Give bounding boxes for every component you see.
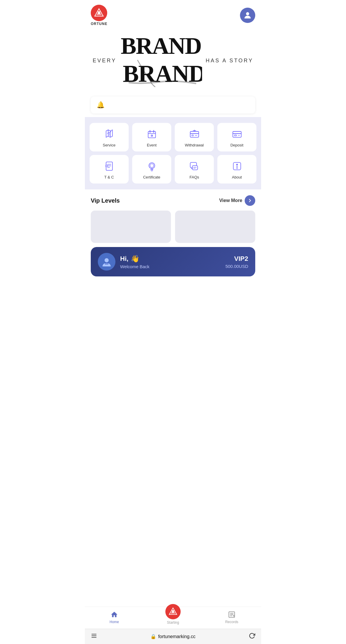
vip-welcome: Welcome Back — [120, 264, 150, 269]
view-more-label: View More — [219, 198, 242, 203]
about-label: About — [232, 175, 242, 179]
vip-greeting: Hi, 👋 Welcome Back — [120, 255, 150, 269]
about-icon — [231, 160, 243, 172]
vip-card-placeholder-1 — [91, 211, 171, 243]
certificate-icon — [146, 160, 158, 172]
notification-bar[interactable]: 🔔 — [91, 96, 255, 114]
certificate-label: Certificate — [143, 175, 160, 179]
vip-level: VIP2 — [225, 255, 248, 263]
service-item-about[interactable]: About — [217, 155, 256, 183]
service-label: Service — [103, 143, 115, 147]
vip-header: Vip Levels View More — [91, 195, 255, 206]
service-icon — [103, 128, 115, 140]
service-item-certificate[interactable]: Certificate — [132, 155, 171, 183]
svg-point-29 — [150, 164, 154, 168]
vip-card-active[interactable]: Hi, 👋 Welcome Back VIP2 500.00USD — [91, 247, 255, 276]
banner-every: EVERY — [93, 58, 116, 64]
vip-amount: 500.00USD — [225, 264, 248, 269]
bell-icon: 🔔 — [97, 101, 105, 109]
service-item-deposit[interactable]: Deposit — [217, 123, 256, 151]
svg-rect-20 — [234, 135, 236, 136]
service-item-faqs[interactable]: FAQs — [175, 155, 214, 183]
logo-text: ORTUNE — [91, 22, 108, 26]
banner: EVERY BRAND BRAND HAS A STORY — [85, 28, 261, 93]
event-icon — [146, 128, 158, 140]
vip-cards-scroll: Hi, 👋 Welcome Back VIP2 500.00USD — [85, 211, 261, 282]
logo-container: ORTUNE — [91, 5, 108, 26]
faqs-label: FAQs — [189, 175, 199, 179]
svg-rect-2 — [98, 11, 100, 14]
svg-rect-12 — [190, 131, 199, 137]
vip-title: Vip Levels — [91, 197, 120, 204]
wave-emoji: 👋 — [131, 255, 140, 263]
logo-icon — [91, 5, 107, 21]
tnc-icon — [103, 160, 115, 172]
banner-story: HAS A STORY — [206, 58, 253, 64]
tnc-label: T & C — [104, 175, 114, 179]
faqs-icon — [189, 160, 200, 172]
service-item-tnc[interactable]: T & C — [90, 155, 129, 183]
banner-brand: BRAND — [121, 34, 201, 58]
vip-hi: Hi, 👋 — [120, 255, 150, 263]
withdrawal-label: Withdrawal — [185, 143, 204, 147]
vip-card-left: Hi, 👋 Welcome Back — [98, 253, 150, 271]
deposit-icon — [231, 128, 243, 140]
svg-rect-34 — [192, 166, 197, 170]
vip-right: VIP2 500.00USD — [225, 255, 248, 269]
vip-avatar — [98, 253, 115, 271]
svg-rect-16 — [192, 135, 193, 136]
svg-point-3 — [246, 12, 249, 15]
event-label: Event — [147, 143, 157, 147]
view-more-button[interactable]: View More — [219, 195, 255, 206]
profile-button[interactable] — [240, 8, 255, 23]
view-more-arrow — [245, 195, 255, 206]
services-grid: Service Event — [90, 123, 256, 183]
service-item-service[interactable]: Service — [90, 123, 129, 151]
service-item-event[interactable]: Event — [132, 123, 171, 151]
deposit-label: Deposit — [230, 143, 243, 147]
svg-rect-41 — [105, 262, 108, 265]
withdrawal-icon — [189, 128, 200, 140]
vip-section: Vip Levels View More — [85, 189, 261, 206]
service-item-withdrawal[interactable]: Withdrawal — [175, 123, 214, 151]
svg-rect-5 — [148, 131, 155, 138]
svg-marker-32 — [151, 170, 153, 171]
vip-card-placeholder-2 — [175, 211, 255, 243]
placeholder-cards — [91, 211, 255, 243]
header: ORTUNE — [85, 0, 261, 28]
svg-point-40 — [105, 258, 109, 262]
svg-point-38 — [236, 164, 238, 165]
svg-rect-18 — [233, 131, 241, 137]
services-section: Service Event — [85, 117, 261, 189]
